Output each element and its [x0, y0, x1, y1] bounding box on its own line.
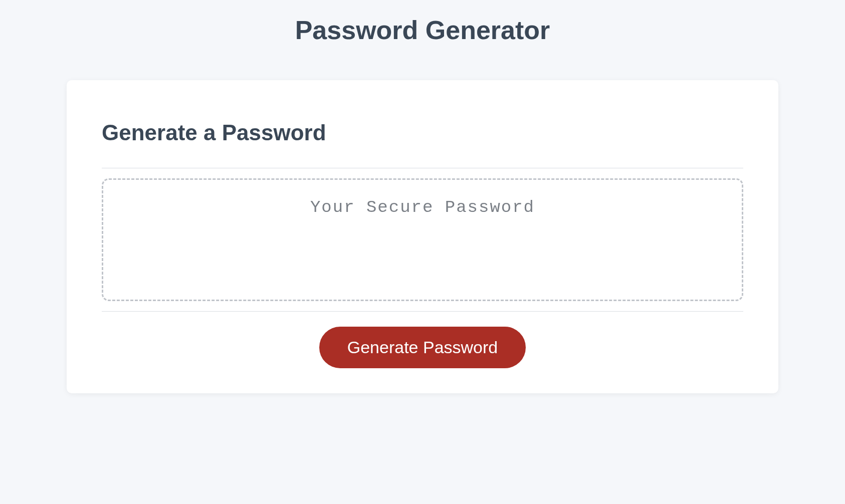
generator-card: Generate a Password Generate Password: [67, 80, 778, 393]
page-title: Password Generator: [20, 15, 825, 45]
card-heading: Generate a Password: [102, 120, 743, 145]
generate-password-button[interactable]: Generate Password: [319, 327, 526, 368]
password-section: [102, 168, 743, 312]
password-output[interactable]: [102, 178, 743, 301]
button-row: Generate Password: [102, 327, 743, 368]
